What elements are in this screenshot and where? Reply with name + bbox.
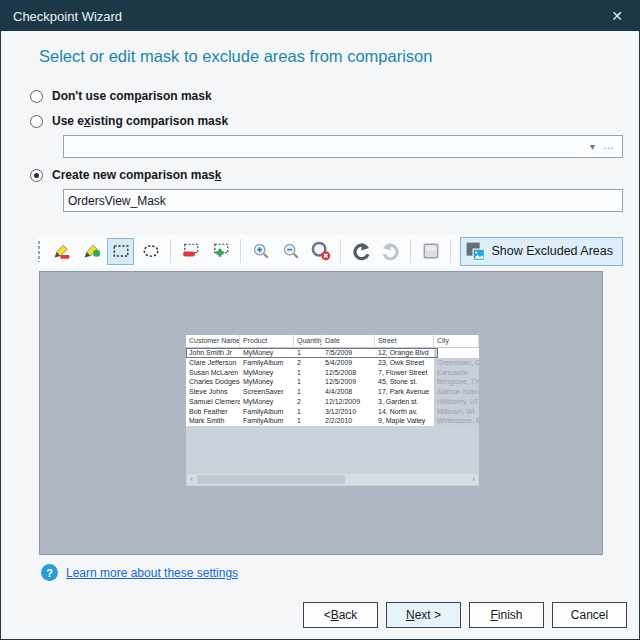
exclude-marker-icon — [52, 242, 70, 260]
table-cell: 1 — [294, 407, 322, 417]
show-excluded-areas-toggle[interactable]: Show Excluded Areas — [460, 237, 623, 266]
radio-circle[interactable] — [30, 115, 43, 128]
mask-name-input[interactable] — [63, 189, 623, 212]
toolbar-grip-handle[interactable] — [37, 240, 42, 262]
exclude-area-button[interactable] — [177, 238, 204, 265]
radio-existing-mask[interactable]: Use existing comparison mask — [30, 114, 228, 128]
table-cell: Grovetown, CA — [434, 348, 438, 358]
mask-color-button[interactable] — [417, 238, 444, 265]
table-cell: FamilyAlbum — [240, 407, 294, 417]
browse-ellipsis-icon[interactable]: … — [601, 139, 622, 155]
table-cell: 9, Maple Valley — [375, 416, 434, 426]
column-header: Date — [322, 335, 375, 347]
captured-screenshot[interactable]: Customer NameProductQuantityDateStreetCi… — [186, 335, 479, 486]
include-area-button[interactable] — [207, 238, 234, 265]
zoom-in-button[interactable] — [247, 238, 274, 265]
next-button[interactable]: Next > — [386, 602, 461, 628]
undo-icon — [351, 241, 371, 261]
table-cell: Greentown, CA — [434, 358, 479, 368]
ellipse-selection-icon — [142, 242, 160, 260]
table-cell: 5/4/2009 — [322, 358, 375, 368]
redo-icon — [381, 241, 401, 261]
table-cell: 17, Park Avenue — [375, 387, 434, 397]
table-cell: FamilyAlbum — [240, 358, 294, 368]
include-marker-icon — [82, 242, 100, 260]
radio-circle-selected[interactable] — [30, 169, 43, 182]
zoom-in-icon — [252, 242, 270, 260]
show-excluded-areas-icon — [466, 242, 485, 261]
toolbar-separator — [340, 239, 341, 263]
excluded-area-overlay: ‹ › — [186, 426, 479, 486]
cancel-button[interactable]: Cancel — [552, 602, 627, 628]
page-title: Select or edit mask to exclude areas fro… — [39, 47, 432, 66]
table-cell: 1 — [294, 416, 322, 426]
include-area-icon — [212, 242, 230, 260]
table-cell: MyMoney — [240, 368, 294, 378]
help-icon[interactable]: ? — [41, 564, 58, 581]
zoom-out-icon — [282, 242, 300, 260]
table-cell: 12/5/2008 — [322, 368, 375, 378]
table-row: Clare JeffersonFamilyAlbum25/4/200923, O… — [186, 358, 479, 368]
table-row: Mark SmithFamilyAlbum12/2/20109, Maple V… — [186, 416, 479, 426]
wizard-buttons: < Back Next > Finish Cancel — [303, 602, 627, 628]
existing-mask-combobox[interactable]: ▾ … — [63, 135, 623, 158]
rect-selection-icon — [112, 242, 130, 260]
table-cell: MyMoney — [240, 348, 294, 358]
column-header: Product — [240, 335, 294, 347]
close-icon[interactable]: ✕ — [595, 1, 639, 31]
toolbar-separator — [240, 239, 241, 263]
toolbar-separator — [450, 239, 451, 263]
window-title: Checkpoint Wizard — [13, 9, 122, 24]
table-cell: 12, Orange Blvd — [375, 348, 434, 358]
table-cell: Whitestone, Briti — [434, 416, 479, 426]
ellipse-selection-button[interactable] — [137, 238, 164, 265]
table-cell: Steve Johns — [186, 387, 240, 397]
undo-button[interactable] — [347, 238, 374, 265]
table-cell: 7, Flower Street — [375, 368, 434, 378]
include-marker-button[interactable] — [77, 238, 104, 265]
table-cell: Bringtone, TX — [434, 377, 479, 387]
table-cell: Bob Feather — [186, 407, 240, 417]
zoom-reset-icon — [311, 241, 331, 261]
rect-selection-button[interactable] — [107, 238, 134, 265]
mask-editor-toolbar: Show Excluded Areas — [37, 235, 623, 267]
table-cell: John Smith Jr — [186, 348, 240, 358]
table-row: Samuel ClemensMyMoney212/12/20093, Garde… — [186, 397, 479, 407]
radio-no-mask[interactable]: Don't use comparison mask — [30, 89, 212, 103]
table-cell: Charles Dodgeson — [186, 377, 240, 387]
redo-button[interactable] — [377, 238, 404, 265]
table-cell: Samuel Clemens — [186, 397, 240, 407]
toolbar-separator — [410, 239, 411, 263]
scroll-left-icon[interactable]: ‹ — [187, 474, 196, 485]
exclude-marker-button[interactable] — [47, 238, 74, 265]
scroll-right-icon[interactable]: › — [469, 474, 478, 485]
table-row: John Smith JrMyMoney17/5/200912, Orange … — [186, 348, 438, 358]
zoom-reset-button[interactable] — [307, 238, 334, 265]
table-cell: ScreenSaver — [240, 387, 294, 397]
table-row: Charles DodgesonMyMoney112/5/200945, Sto… — [186, 377, 479, 387]
finish-button[interactable]: Finish — [469, 602, 544, 628]
back-button[interactable]: < Back — [303, 602, 378, 628]
mask-color-swatch-icon — [422, 242, 440, 260]
scrollbar-thumb[interactable] — [197, 475, 345, 484]
table-cell: Clare Jefferson — [186, 358, 240, 368]
table-row: Steve JohnsScreenSaver14/4/200817, Park … — [186, 387, 479, 397]
table-cell: 3, Garden st. — [375, 397, 434, 407]
horizontal-scrollbar[interactable]: ‹ › — [187, 474, 478, 485]
chevron-down-icon[interactable]: ▾ — [584, 141, 601, 152]
table-cell: 12/5/2009 — [322, 377, 375, 387]
table-cell: 1 — [294, 368, 322, 378]
help-row: ? Learn more about these settings — [41, 564, 238, 581]
mask-preview-canvas[interactable]: Customer NameProductQuantityDateStreetCi… — [39, 271, 603, 555]
radio-circle[interactable] — [30, 90, 43, 103]
table-cell: Mark Smith — [186, 416, 240, 426]
radio-create-mask[interactable]: Create new comparison mask — [30, 168, 221, 182]
table-cell: 3/12/2010 — [322, 407, 375, 417]
radio-create-mask-label: Create new comparison mask — [52, 168, 221, 182]
zoom-out-button[interactable] — [277, 238, 304, 265]
radio-existing-mask-label: Use existing comparison mask — [52, 114, 228, 128]
checkpoint-wizard-dialog: Checkpoint Wizard ✕ Select or edit mask … — [0, 0, 640, 640]
table-cell: 4/4/2008 — [322, 387, 375, 397]
learn-more-link[interactable]: Learn more about these settings — [66, 566, 238, 580]
titlebar: Checkpoint Wizard ✕ — [1, 1, 639, 31]
